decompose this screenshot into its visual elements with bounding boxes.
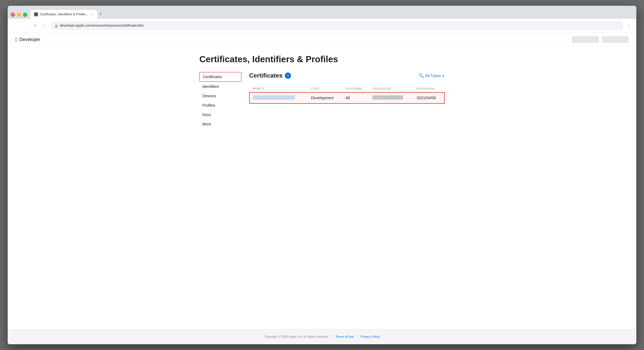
col-name[interactable]: NAME ∨ xyxy=(250,85,308,92)
certificates-table: NAME ∨ TYPE PLATFORM CREATED BY EXPIRATI… xyxy=(249,85,445,104)
address-url: developer.apple.com/account/resources/ce… xyxy=(60,23,143,27)
back-button[interactable]: ‹ xyxy=(12,22,18,29)
sidebar-item-more[interactable]: More xyxy=(199,120,242,129)
refresh-button[interactable]: ↻ xyxy=(32,22,38,29)
sidebar: Certificates Identifiers Devices Profile… xyxy=(199,72,242,129)
browser-menu-button[interactable]: ⋮ xyxy=(626,22,632,29)
sidebar-item-devices[interactable]: Devices xyxy=(199,91,242,100)
close-button[interactable] xyxy=(11,13,15,17)
forward-button[interactable]: › xyxy=(22,22,28,29)
header-nav xyxy=(572,36,629,43)
table-body: Development All 2021/04/08 xyxy=(250,92,444,104)
main-content: Certificates, Identifiers & Profiles Cer… xyxy=(169,46,475,329)
header-nav-btn-2[interactable] xyxy=(602,36,629,43)
cell-expiration: 2021/04/08 xyxy=(414,92,444,104)
panel-title-area: Certificates + xyxy=(249,72,291,79)
content-panel: Certificates + 🔍 All Types ∨ NAME ∨ xyxy=(242,72,445,129)
apple-header:  Developer xyxy=(8,32,636,46)
cell-name xyxy=(250,92,308,104)
panel-title: Certificates xyxy=(249,72,282,79)
footer-divider-1: | xyxy=(332,335,332,338)
tab-title: Certificates, Identifiers & Profile... xyxy=(40,12,88,16)
lock-icon: 🔒 xyxy=(54,24,58,27)
apple-logo-area:  Developer xyxy=(15,36,40,43)
filter-label: All Types ∨ xyxy=(425,73,445,78)
tab-close-button[interactable]: × xyxy=(90,13,93,16)
col-type: TYPE xyxy=(308,85,342,92)
minimize-button[interactable] xyxy=(17,13,21,17)
maximize-button[interactable] xyxy=(23,13,27,17)
new-tab-button[interactable]: + xyxy=(97,11,104,18)
table-header: NAME ∨ TYPE PLATFORM CREATED BY EXPIRATI… xyxy=(250,85,444,92)
col-platform: PLATFORM xyxy=(342,85,369,92)
tab-favicon xyxy=(34,12,38,16)
privacy-policy-link[interactable]: Privacy Policy xyxy=(361,335,380,338)
filter-area[interactable]: 🔍 All Types ∨ xyxy=(418,73,445,78)
window-controls xyxy=(11,13,27,17)
header-nav-btn-1[interactable] xyxy=(572,36,599,43)
copyright-text: Copyright © 2020 Apple Inc. All rights r… xyxy=(264,335,328,338)
page-title: Certificates, Identifiers & Profiles xyxy=(199,54,445,64)
panel-header: Certificates + 🔍 All Types ∨ xyxy=(249,72,445,79)
table-row[interactable]: Development All 2021/04/08 xyxy=(250,92,444,104)
home-button[interactable]: ⌂ xyxy=(42,22,48,29)
address-bar: ‹ › ↻ ⌂ 🔒 developer.apple.com/account/re… xyxy=(8,19,636,32)
apple-logo-icon:  xyxy=(15,36,18,43)
page-content:  Developer Certificates, Identifiers & … xyxy=(8,32,636,344)
name-blurred xyxy=(253,95,295,100)
tab-bar: Certificates, Identifiers & Profile... ×… xyxy=(8,6,636,19)
page-footer: Copyright © 2020 Apple Inc. All rights r… xyxy=(8,329,636,344)
sidebar-item-keys[interactable]: Keys xyxy=(199,110,242,119)
cell-created-by xyxy=(369,92,414,104)
sidebar-item-certificates[interactable]: Certificates xyxy=(199,72,242,82)
active-tab[interactable]: Certificates, Identifiers & Profile... × xyxy=(30,10,97,19)
sidebar-item-identifiers[interactable]: Identifiers xyxy=(199,82,242,91)
created-blurred xyxy=(372,95,403,100)
content-layout: Certificates Identifiers Devices Profile… xyxy=(199,72,445,129)
cell-platform: All xyxy=(342,92,369,104)
terms-of-use-link[interactable]: Terms of Use xyxy=(336,335,354,338)
footer-divider-2: | xyxy=(357,335,358,338)
address-input-container[interactable]: 🔒 developer.apple.com/account/resources/… xyxy=(51,21,622,30)
cell-type: Development xyxy=(308,92,342,104)
browser-window: Certificates, Identifiers & Profile... ×… xyxy=(8,6,636,344)
developer-label: Developer xyxy=(19,37,40,42)
col-expiration: EXPIRATION xyxy=(414,85,444,92)
col-created-by: CREATED BY xyxy=(369,85,414,92)
add-certificate-button[interactable]: + xyxy=(285,72,291,79)
search-icon: 🔍 xyxy=(418,73,424,78)
sidebar-item-profiles[interactable]: Profiles xyxy=(199,101,242,110)
